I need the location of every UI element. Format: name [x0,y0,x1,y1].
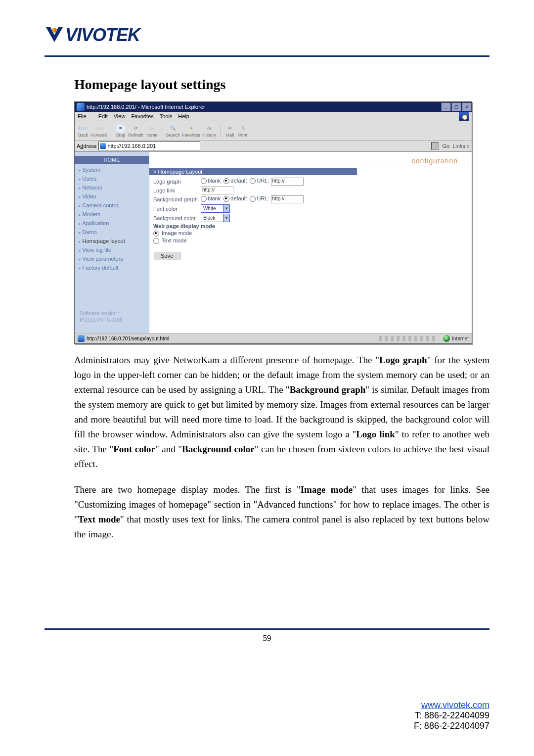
sidebar-item-application[interactable]: Application [79,219,149,228]
label-bg-color: Background color [153,213,201,223]
input-bg-url[interactable]: http:// [271,195,304,203]
internet-icon [443,335,450,342]
sidebar-item-system[interactable]: System [79,166,149,175]
ie-icon [77,103,85,111]
sidebar-item-view-parameters[interactable]: View parameters [79,255,149,264]
status-page-icon [78,335,85,342]
menu-view[interactable]: View [114,113,126,119]
paragraph-2: There are two homepage display modes. Th… [74,482,490,542]
select-font-color[interactable]: White▼ [201,204,230,213]
radio-text-mode[interactable] [153,238,159,244]
footer-tel: T: 886-2-22404099 [415,710,490,720]
menu-file[interactable]: File [78,113,92,119]
save-button[interactable]: Save [153,251,180,260]
footer: www.vivotek.com T: 886-2-22404099 F: 886… [414,700,490,731]
input-logo-url[interactable]: http:// [271,178,304,186]
footer-link[interactable]: www.vivotek.com [421,700,490,710]
sidebar-item-network[interactable]: Network [79,184,149,192]
home-button[interactable]: ⌂Home [146,124,158,138]
menu-tools[interactable]: Tools [160,113,173,119]
back-button[interactable]: ⟸Back [78,124,89,138]
sidebar-item-factory-default[interactable]: Factory default [79,264,149,273]
screenshot: http://192.168.0.201/ - Microsoft Intern… [74,101,472,344]
page-number: 59 [0,633,534,643]
toolbar: ⟸Back ⟹Forward ✖Stop ⟳Refresh ⌂Home 🔍Sea… [75,121,472,141]
print-button[interactable]: ⎙Print [237,124,248,138]
radio-logo-blank[interactable] [201,178,207,184]
minimize-button[interactable]: _ [441,102,451,111]
radio-bg-url[interactable] [250,196,256,202]
logo-text: VIVOTEK [65,25,140,46]
menu-edit[interactable]: Edit [98,113,108,119]
sidebar-item-modem[interactable]: Modem [79,210,149,219]
panel-title: > Homepage Layout [149,168,357,175]
address-bar: Address http://192.168.0.201 Go Links » [75,141,472,152]
menu-help[interactable]: Help [178,113,189,119]
radio-bg-blank[interactable] [201,196,207,202]
logo-mark-icon [44,26,64,44]
footer-fax: F: 886-2-22404097 [414,721,490,731]
label-display-mode: Web page display mode [153,223,307,230]
titlebar: http://192.168.0.201/ - Microsoft Intern… [75,102,472,112]
links-button[interactable]: Links » [452,143,470,149]
page-icon [100,143,106,149]
menu-favorites[interactable]: Favorites [131,113,153,119]
label-bg-graph: Background graph [153,195,201,204]
input-logo-link[interactable]: http:// [201,187,233,194]
select-bg-color[interactable]: Black▼ [201,214,230,222]
radio-logo-default[interactable] [223,178,229,184]
radio-bg-default[interactable] [223,196,229,202]
sidebar-item-homepage-layout[interactable]: Homepage layout [79,237,149,246]
sidebar-item-video[interactable]: Video [79,192,149,201]
window-title: http://192.168.0.201/ - Microsoft Intern… [87,104,205,110]
paragraph-1: Administrators may give NetworKam a diff… [74,353,490,472]
forward-button[interactable]: ⟹Forward [90,124,107,138]
brand-logo: VIVOTEK [44,25,490,46]
sidebar-item-camera-control[interactable]: Camera control [79,201,149,210]
label-font-color: Font color [153,204,201,213]
history-button[interactable]: ◷History [202,124,216,138]
close-button[interactable]: × [462,102,472,111]
radio-logo-url[interactable] [250,178,256,184]
favorites-button[interactable]: ★Favorites [182,124,200,138]
label-logo-link: Logo link [153,186,201,195]
sidebar-item-demo[interactable]: Demo [79,228,149,237]
mail-button[interactable]: ✉Mail [224,124,235,138]
section-title: Homepage layout settings [74,77,490,93]
status-zone: Internet [452,336,469,341]
radio-image-mode[interactable] [153,231,159,236]
sidebar-title[interactable]: HOME [75,156,149,164]
address-dropdown-button[interactable] [431,142,439,150]
address-label: Address [77,143,96,149]
status-text: http://192.168.0.201/setup/layout.html [87,336,169,341]
configuration-label: configuration [149,152,472,168]
ie-brand-icon [459,112,469,121]
address-input[interactable]: http://192.168.0.201 [98,142,200,150]
progress-placeholder [379,336,438,341]
refresh-button[interactable]: ⟳Refresh [128,124,144,138]
sidebar-item-users[interactable]: Users [79,175,149,184]
go-label[interactable]: Go [442,143,449,149]
sidebar-item-view-log-file[interactable]: View log file [79,246,149,255]
software-version: Software version : IP2111-VVTK-0108 [80,310,123,323]
label-logo-graph: Logo graph [153,177,201,186]
search-button[interactable]: 🔍Search [166,124,180,138]
status-bar: http://192.168.0.201/setup/layout.html I… [75,333,472,343]
stop-button[interactable]: ✖Stop [115,124,126,138]
footer-rule [44,628,490,630]
sidebar: HOME System Users Network Video Camera c… [75,152,149,333]
menu-bar: File Edit View Favorites Tools Help [75,112,472,121]
maximize-button[interactable]: ▢ [451,102,461,111]
